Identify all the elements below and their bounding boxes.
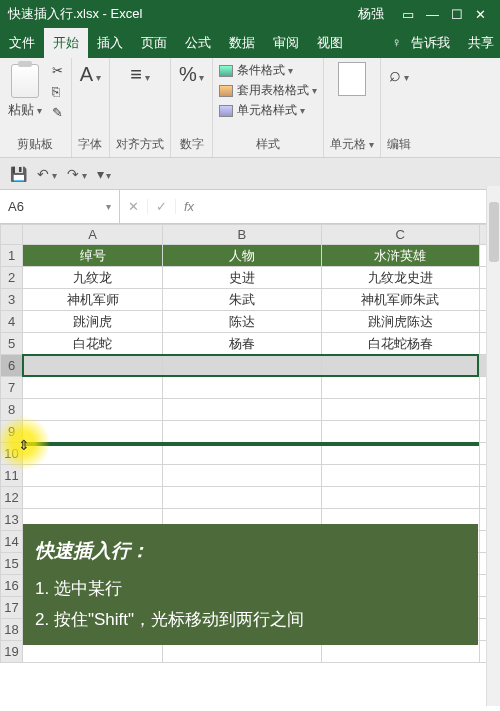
group-number: % 数字 (171, 58, 214, 157)
paste-button[interactable]: 粘贴 (6, 64, 44, 120)
align-dropdown[interactable]: ≡ (116, 62, 164, 87)
guide-step2: 2. 按住"Shift"，光标移动到两行之间 (35, 605, 466, 636)
tab-file[interactable]: 文件 (0, 28, 44, 58)
tab-view[interactable]: 视图 (308, 28, 352, 58)
confirm-edit-icon[interactable]: ✓ (148, 199, 176, 214)
ribbon: 粘贴 ✂ ⎘ ✎ 剪贴板 A 字体 ≡ 对齐方式 % 数字 条件格式 套用表格格… (0, 58, 500, 158)
cell-style-icon (219, 105, 233, 117)
col-header-B[interactable]: B (163, 225, 321, 245)
undo-button[interactable]: ↶ (37, 166, 57, 182)
tab-layout[interactable]: 页面 (132, 28, 176, 58)
table-format[interactable]: 套用表格格式 (219, 82, 317, 99)
spreadsheet-grid[interactable]: A B C 1 绰号 人物 水浒英雄 2 九纹龙 史进 九纹龙史进 3 神机军师… (0, 224, 500, 663)
cells-icon (338, 62, 366, 96)
fx-label[interactable]: fx (176, 199, 202, 214)
copy-icon[interactable]: ⎘ (50, 83, 65, 100)
group-editing: ⌕ 编辑 (381, 58, 417, 157)
cut-icon[interactable]: ✂ (50, 62, 65, 79)
user-name: 杨强 (358, 5, 384, 23)
cell-style[interactable]: 单元格样式 (219, 102, 317, 119)
file-name: 快速插入行.xlsx - Excel (8, 5, 142, 23)
ribbon-options-icon[interactable]: ▭ (402, 7, 414, 22)
group-clipboard: 粘贴 ✂ ⎘ ✎ 剪贴板 (0, 58, 72, 157)
cond-format-icon (219, 65, 233, 77)
minimize-icon[interactable]: — (426, 7, 439, 22)
name-box[interactable]: A6 (0, 190, 120, 223)
save-icon[interactable]: 💾 (10, 166, 27, 182)
ribbon-tabs: 文件 开始 插入 页面 公式 数据 审阅 视图 ♀ 告诉我 共享 (0, 28, 500, 58)
share-button[interactable]: 共享 (462, 34, 500, 52)
data-row-3: 3 神机军师 朱武 神机军师朱武 (1, 289, 500, 311)
vertical-scrollbar[interactable] (486, 186, 500, 706)
redo-button[interactable]: ↷ (67, 166, 87, 182)
cancel-edit-icon[interactable]: ✕ (120, 199, 148, 214)
clipboard-icon (11, 64, 39, 98)
conditional-format[interactable]: 条件格式 (219, 62, 317, 79)
quick-access-toolbar: 💾 ↶ ↷ ▾ (0, 158, 500, 190)
cells-button[interactable] (330, 62, 374, 96)
tell-me[interactable]: ♀ 告诉我 (386, 34, 462, 52)
tab-formulas[interactable]: 公式 (176, 28, 220, 58)
editing-dropdown[interactable]: ⌕ (387, 62, 411, 87)
group-font: A 字体 (72, 58, 110, 157)
select-all-corner[interactable] (1, 225, 23, 245)
number-dropdown[interactable]: % (177, 62, 207, 87)
col-header-C[interactable]: C (321, 225, 479, 245)
instruction-overlay: 快速插入行： 1. 选中某行 2. 按住"Shift"，光标移动到两行之间 (23, 524, 478, 645)
group-styles: 条件格式 套用表格格式 单元格样式 样式 (213, 58, 324, 157)
col-header-A[interactable]: A (23, 225, 163, 245)
maximize-icon[interactable]: ☐ (451, 7, 463, 22)
tab-review[interactable]: 审阅 (264, 28, 308, 58)
tab-insert[interactable]: 插入 (88, 28, 132, 58)
selected-row-6: 6 (1, 355, 500, 377)
tab-data[interactable]: 数据 (220, 28, 264, 58)
data-row-2: 2 九纹龙 史进 九纹龙史进 (1, 267, 500, 289)
tab-home[interactable]: 开始 (44, 28, 88, 58)
table-format-icon (219, 85, 233, 97)
row-header[interactable]: 1 (1, 245, 23, 267)
clipboard-label: 剪贴板 (6, 134, 65, 153)
formula-bar: A6 ✕ ✓ fx (0, 190, 500, 224)
data-row-4: 4 跳涧虎 陈达 跳涧虎陈达 (1, 311, 500, 333)
group-align: ≡ 对齐方式 (110, 58, 171, 157)
data-row-1: 1 绰号 人物 水浒英雄 (1, 245, 500, 267)
guide-title: 快速插入行： (35, 534, 466, 568)
qat-customize[interactable]: ▾ (97, 166, 112, 182)
format-painter-icon[interactable]: ✎ (50, 104, 65, 121)
guide-step1: 1. 选中某行 (35, 574, 466, 605)
title-bar: 快速插入行.xlsx - Excel 杨强 ▭ — ☐ ✕ (0, 0, 500, 28)
font-dropdown[interactable]: A (78, 62, 103, 87)
data-row-5: 5 白花蛇 杨春 白花蛇杨春 (1, 333, 500, 355)
group-cells: 单元格 (324, 58, 381, 157)
close-icon[interactable]: ✕ (475, 7, 486, 22)
